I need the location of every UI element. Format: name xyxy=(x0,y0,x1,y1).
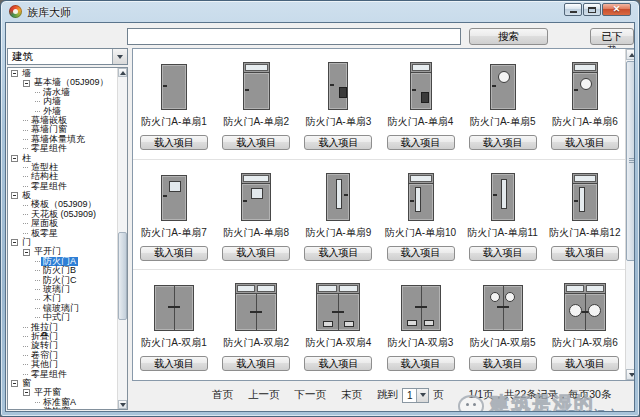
load-into-project-button[interactable]: 载入项目 xyxy=(469,135,537,150)
tree-scrollbar-thumb[interactable] xyxy=(118,232,127,321)
tree-expand-toggle[interactable] xyxy=(23,80,30,87)
tree-item-label: 零星组件 xyxy=(29,182,69,191)
window-controls: ✕ xyxy=(564,3,631,16)
tree-item[interactable]: 中式门 xyxy=(8,313,118,322)
load-into-project-button[interactable]: 载入项目 xyxy=(387,246,455,261)
load-into-project-button[interactable]: 载入项目 xyxy=(551,356,619,371)
record-count-status: 1/1页，共22条记录，每页30条 xyxy=(469,388,612,402)
double-door-graphic xyxy=(316,293,360,331)
family-thumbnail[interactable] xyxy=(401,275,441,331)
load-into-project-button[interactable]: 载入项目 xyxy=(140,246,208,261)
tree-item[interactable]: 玻璃门 xyxy=(8,285,118,294)
load-into-project-button[interactable]: 载入项目 xyxy=(469,356,537,371)
family-thumbnail[interactable] xyxy=(572,165,598,221)
downloaded-button[interactable]: 已下载 xyxy=(590,28,634,45)
load-into-project-button[interactable]: 载入项目 xyxy=(387,356,455,371)
tree-item[interactable]: 清水墙 xyxy=(8,88,118,97)
family-name: 防火门A-双扇4 xyxy=(306,336,372,350)
search-button[interactable]: 搜索 xyxy=(469,28,548,45)
family-thumbnail[interactable] xyxy=(490,54,516,110)
single-door-graphic xyxy=(241,183,271,221)
tree-expand-toggle[interactable] xyxy=(11,239,18,246)
load-into-project-button[interactable]: 载入项目 xyxy=(387,135,455,150)
tree-item[interactable]: 天花板 (05J909) xyxy=(8,210,118,219)
last-page-link[interactable]: 末页 xyxy=(341,388,362,402)
load-into-project-button[interactable]: 载入项目 xyxy=(222,356,290,371)
load-into-project-button[interactable]: 载入项目 xyxy=(551,246,619,261)
title-bar[interactable]: 族库大师 ✕ xyxy=(1,1,639,22)
tree-connector xyxy=(35,280,40,281)
load-into-project-button[interactable]: 载入项目 xyxy=(140,135,208,150)
tree-item[interactable]: 折叠门 xyxy=(8,332,118,341)
tree-item[interactable]: 旋转门 xyxy=(8,341,118,350)
search-input[interactable] xyxy=(127,28,461,45)
window: 族库大师 ✕ 搜索 已下载 建筑 墙基本墙（05J909）清水墙内墙外墙幕墙嵌板… xyxy=(0,0,640,417)
family-thumbnail[interactable] xyxy=(410,54,432,110)
family-card: 防火门A-单扇12 载入项目 xyxy=(544,165,626,270)
family-thumbnail[interactable] xyxy=(235,275,277,331)
load-into-project-button[interactable]: 载入项目 xyxy=(304,135,372,150)
family-thumbnail[interactable] xyxy=(491,165,515,221)
tree-item[interactable]: 造型柱 xyxy=(8,163,118,172)
scroll-down-icon[interactable] xyxy=(626,369,635,380)
family-name: 防火门A-双扇5 xyxy=(470,336,536,350)
family-thumbnail[interactable] xyxy=(572,54,598,110)
tree-item-label: 零星组件 xyxy=(29,370,69,379)
load-into-project-button[interactable]: 载入项目 xyxy=(304,246,372,261)
load-into-project-button[interactable]: 载入项目 xyxy=(304,356,372,371)
chevron-down-icon[interactable] xyxy=(112,49,127,64)
tree-expand-toggle[interactable] xyxy=(11,70,18,77)
maximize-button[interactable] xyxy=(583,3,601,16)
tree-expand-toggle[interactable] xyxy=(11,380,18,387)
tree-item[interactable]: 装饰窗 xyxy=(8,407,118,409)
page-number-select[interactable]: 1 xyxy=(402,388,429,403)
tree-expand-toggle[interactable] xyxy=(11,192,18,199)
family-thumbnail[interactable] xyxy=(154,275,194,331)
tree-item[interactable]: 内墙 xyxy=(8,97,118,106)
family-name: 防火门A-单扇1 xyxy=(141,115,207,129)
family-thumbnail[interactable] xyxy=(328,54,348,110)
scroll-up-icon[interactable] xyxy=(118,68,127,77)
tree-scrollbar[interactable] xyxy=(117,68,127,409)
tree-item[interactable]: 门 xyxy=(8,238,118,247)
family-thumbnail[interactable] xyxy=(243,54,270,110)
tree-item[interactable]: 推拉门 xyxy=(8,323,118,332)
prev-page-link[interactable]: 上一页 xyxy=(248,388,280,402)
tree-item[interactable]: 柱 xyxy=(8,154,118,163)
family-thumbnail[interactable] xyxy=(483,275,523,331)
tree-expand-toggle[interactable] xyxy=(23,389,30,396)
results-scrollbar-thumb[interactable] xyxy=(626,61,635,261)
tree-item[interactable]: 窗 xyxy=(8,379,118,388)
family-thumbnail[interactable] xyxy=(564,275,606,331)
load-into-project-button[interactable]: 载入项目 xyxy=(222,246,290,261)
chevron-down-icon[interactable] xyxy=(416,389,428,402)
maximize-icon xyxy=(588,7,596,13)
scroll-up-icon[interactable] xyxy=(626,49,635,60)
family-thumbnail[interactable] xyxy=(316,275,360,331)
category-dropdown[interactable]: 建筑 xyxy=(7,48,128,65)
tree-item-label: 零星组件 xyxy=(29,144,69,153)
tree-item[interactable]: 卷帘门 xyxy=(8,351,118,360)
load-into-project-button[interactable]: 载入项目 xyxy=(469,246,537,261)
load-into-project-button[interactable]: 载入项目 xyxy=(140,356,208,371)
tree-expand-toggle[interactable] xyxy=(23,249,30,256)
family-thumbnail[interactable] xyxy=(326,165,350,221)
family-thumbnail[interactable] xyxy=(161,165,187,221)
tree-item[interactable]: 屋面板 xyxy=(8,219,118,228)
double-door-graphic xyxy=(564,293,606,331)
load-into-project-button[interactable]: 载入项目 xyxy=(551,135,619,150)
tree-item-label: 装饰窗 xyxy=(41,407,72,409)
scroll-down-icon[interactable] xyxy=(118,400,127,409)
family-thumbnail[interactable] xyxy=(241,165,271,221)
family-thumbnail[interactable] xyxy=(161,54,187,110)
page-number-value: 1 xyxy=(407,390,413,401)
minimize-button[interactable] xyxy=(564,3,582,16)
double-door-graphic xyxy=(483,285,523,331)
first-page-link[interactable]: 首页 xyxy=(212,388,233,402)
close-button[interactable]: ✕ xyxy=(602,3,631,16)
next-page-link[interactable]: 下一页 xyxy=(295,388,327,402)
tree-expand-toggle[interactable] xyxy=(11,155,18,162)
results-scrollbar[interactable] xyxy=(625,49,635,380)
load-into-project-button[interactable]: 载入项目 xyxy=(222,135,290,150)
family-thumbnail[interactable] xyxy=(408,165,434,221)
